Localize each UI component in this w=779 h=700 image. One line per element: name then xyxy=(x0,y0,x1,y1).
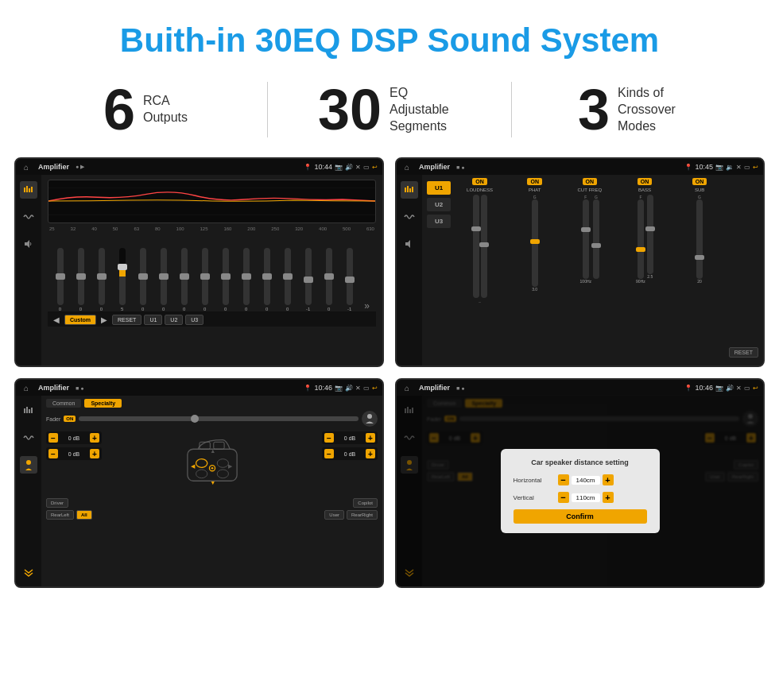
fader-track[interactable] xyxy=(79,416,358,421)
screen3-sidebar xyxy=(16,396,41,586)
home-icon-3[interactable]: ⌂ xyxy=(21,382,32,393)
sub-on[interactable]: ON xyxy=(692,178,707,185)
battery-icon-2: ▭ xyxy=(744,164,750,171)
screen2-status-icons: 📍 10:45 📷 🔉 ✕ ▭ ↩ xyxy=(684,163,758,171)
svg-rect-1 xyxy=(26,186,28,192)
volume-icon-2: 🔉 xyxy=(726,164,734,171)
spacer2 xyxy=(95,510,323,520)
horizontal-minus[interactable]: − xyxy=(558,474,569,485)
camera-icon-3: 📷 xyxy=(335,385,343,392)
svg-rect-3 xyxy=(31,187,33,192)
screen1-time: 10:44 xyxy=(314,163,332,171)
svg-rect-11 xyxy=(412,187,413,192)
vol-plus-4[interactable]: + xyxy=(366,449,375,458)
vol-plus-1[interactable]: + xyxy=(90,433,99,443)
volume-icon-1: 🔊 xyxy=(345,164,353,171)
driver-btn[interactable]: Driver xyxy=(46,498,68,508)
u2-btn-s1[interactable]: U2 xyxy=(165,315,183,325)
reset-btn-s1[interactable]: RESET xyxy=(112,315,141,325)
vol-minus-3[interactable]: − xyxy=(324,433,334,443)
screen3-statusbar: ⌂ Amplifier ■ ● 📍 10:46 📷 🔊 ✕ ▭ ↩ xyxy=(16,380,382,396)
car-visual: ◀ ▶ ▲ ▼ xyxy=(105,431,319,495)
wave-icon[interactable] xyxy=(20,208,37,226)
channel-phat: ON PHAT G 3.0 xyxy=(509,178,560,362)
cutfreq-on[interactable]: ON xyxy=(583,178,598,185)
back-icon-4[interactable]: ↩ xyxy=(753,385,758,392)
screen2-statusbar: ⌂ Amplifier ■ ● 📍 10:45 📷 🔉 ✕ ▭ ↩ xyxy=(397,159,763,175)
back-icon-3[interactable]: ↩ xyxy=(372,385,378,392)
tab-common[interactable]: Common xyxy=(46,399,81,408)
screen4-time: 10:46 xyxy=(695,384,713,392)
confirm-button[interactable]: Confirm xyxy=(514,509,647,524)
fader-thumb[interactable] xyxy=(191,415,199,423)
stats-row: 6 RCAOutputs 30 EQ AdjustableSegments 3 … xyxy=(0,73,779,157)
copilot-btn[interactable]: Copilot xyxy=(353,498,378,508)
home-icon-1[interactable]: ⌂ xyxy=(21,161,32,172)
screen3-dot1: ■ ● xyxy=(76,385,83,391)
tab-specialty[interactable]: Specialty xyxy=(84,399,122,408)
eq-bottom-bar: ◀ Custom ▶ RESET U1 U2 U3 xyxy=(48,311,376,327)
prev-btn[interactable]: ◀ xyxy=(51,315,62,324)
fader-on-btn[interactable]: ON xyxy=(64,416,76,422)
horizontal-plus[interactable]: + xyxy=(603,474,614,485)
bass-on[interactable]: ON xyxy=(638,178,653,185)
vol-minus-2[interactable]: − xyxy=(48,449,58,458)
channel-bass: ON BASS F 90Hz xyxy=(618,178,670,362)
rearleft-btn[interactable]: RearLeft xyxy=(46,510,74,520)
screen1-status-icons: 📍 10:44 📷 🔊 ✕ ▭ ↩ xyxy=(304,163,378,171)
reset-btn-s2[interactable]: RESET xyxy=(729,178,758,362)
u3-btn-s1[interactable]: U3 xyxy=(185,315,203,325)
wave-icon-3[interactable] xyxy=(20,429,37,447)
vertical-plus[interactable]: + xyxy=(603,492,614,503)
svg-text:◀: ◀ xyxy=(191,463,196,470)
u1-btn-s1[interactable]: U1 xyxy=(144,315,162,325)
vol-plus-2[interactable]: + xyxy=(90,449,99,458)
speaker-icon-3[interactable] xyxy=(20,456,37,474)
eq-icon-2[interactable] xyxy=(401,181,418,199)
back-icon-1[interactable]: ↩ xyxy=(372,164,378,171)
screen2-time: 10:45 xyxy=(695,163,713,171)
vertical-minus[interactable]: − xyxy=(558,492,569,503)
eq-icon[interactable] xyxy=(20,181,37,199)
phat-label: PHAT xyxy=(529,188,541,192)
horizontal-stepper: − 140cm + xyxy=(558,474,614,485)
home-icon-4[interactable]: ⌂ xyxy=(401,382,413,393)
rearright-btn[interactable]: RearRight xyxy=(347,510,378,520)
all-btn[interactable]: All xyxy=(76,510,92,520)
vol-plus-3[interactable]: + xyxy=(366,433,375,443)
preset-u2[interactable]: U2 xyxy=(427,198,451,211)
main-title: Buith-in 30EQ DSP Sound System xyxy=(0,0,779,73)
home-icon-2[interactable]: ⌂ xyxy=(401,161,413,172)
wave-icon-2[interactable] xyxy=(401,208,418,226)
preset-u1[interactable]: U1 xyxy=(427,181,451,195)
speaker-tabs: Common Specialty xyxy=(46,399,378,408)
svg-text:▶: ▶ xyxy=(228,463,233,470)
cutfreq-g: G xyxy=(593,195,599,298)
phat-on[interactable]: ON xyxy=(527,178,542,185)
crossover-presets: U1 U2 U3 xyxy=(427,178,451,362)
user-btn[interactable]: User xyxy=(324,510,344,520)
vol-minus-1[interactable]: − xyxy=(48,433,58,443)
svg-rect-8 xyxy=(405,188,406,192)
more-arrow[interactable]: » xyxy=(361,300,373,311)
screen4-status-icons: 📍 10:46 📷 🔊 ✕ ▭ ↩ xyxy=(684,384,758,392)
screen2-content: U1 U2 U3 ON LOUDNESS xyxy=(397,175,763,365)
stat-rca: 6 RCAOutputs xyxy=(32,81,259,138)
svg-rect-10 xyxy=(409,188,411,192)
screen2-dot1: ■ ● xyxy=(456,164,464,170)
svg-rect-2 xyxy=(29,188,30,192)
screen1-sidebar xyxy=(16,175,41,365)
loudness-on[interactable]: ON xyxy=(472,178,487,185)
wifi-icon-4: ✕ xyxy=(736,385,742,392)
back-icon-2[interactable]: ↩ xyxy=(753,164,758,171)
eq-icon-3[interactable] xyxy=(20,402,37,420)
screen4-title: Amplifier xyxy=(419,384,450,392)
speaker-icon[interactable] xyxy=(20,235,37,253)
preset-u3[interactable]: U3 xyxy=(427,215,451,228)
play-btn[interactable]: ▶ xyxy=(99,315,110,324)
channel-sub: ON SUB G 20 xyxy=(674,178,726,362)
vol-minus-4[interactable]: − xyxy=(324,449,334,458)
stat-label-eq: EQ AdjustableSegments xyxy=(390,85,461,134)
speaker-icon-2[interactable] xyxy=(401,235,418,253)
expand-icon-3[interactable] xyxy=(20,563,37,580)
